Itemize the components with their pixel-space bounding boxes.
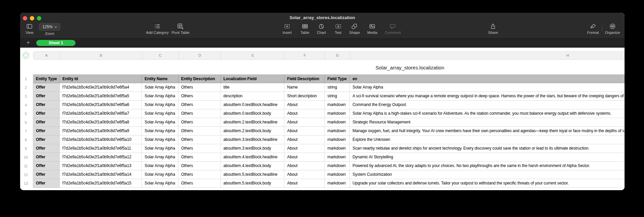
table-cell[interactable]: aboutItem.0.textBlock.headline [221, 101, 284, 109]
table-cell[interactable]: f7d2e9a1b5c4d3e2f1a0b9c8d7e6f5a11 [60, 144, 142, 153]
table-cell[interactable]: f7d2e9a1b5c4d3e2f1a0b9c8d7e6f5a7 [60, 109, 142, 118]
table-cell[interactable]: Others [178, 153, 221, 162]
table-cell[interactable]: markdown [325, 135, 350, 144]
table-cell[interactable]: Solar Array Alpha [142, 179, 178, 188]
table-cell[interactable]: markdown [325, 170, 350, 179]
table-cell[interactable]: Solar Array Alpha [350, 83, 625, 92]
table-cell[interactable]: Others [178, 109, 221, 118]
table-cell[interactable]: Upgrade your solar collectors and defens… [350, 179, 625, 188]
table-cell[interactable]: Strategic Resource Management [350, 118, 625, 127]
sheet-tab-active[interactable]: Sheet 1 [36, 40, 75, 46]
add-category-button[interactable]: Add Category [146, 23, 168, 35]
table-cell[interactable]: f7d2e9a1b5c4d3e2f1a0b9c8d7e6f5a9 [60, 127, 142, 135]
row-header-cell[interactable]: Offer [33, 109, 60, 118]
table-cell[interactable]: markdown [325, 144, 350, 153]
table-cell[interactable]: markdown [325, 153, 350, 162]
table-cell[interactable]: Dynamic AI Storytelling [350, 153, 625, 162]
table-cell[interactable]: Solar Array Alpha [142, 144, 178, 153]
zoom-control[interactable]: 125% Zoom [39, 23, 60, 36]
table-cell[interactable]: Manage oxygen, fuel, and hull integrity.… [350, 127, 625, 135]
pivot-table-button[interactable]: Pivot Table [171, 23, 190, 35]
table-header-cell[interactable]: Localization Field [221, 74, 284, 83]
table-cell[interactable]: aboutItem.3.textBlock.body [221, 144, 284, 153]
row-header-cell[interactable]: Offer [33, 162, 60, 170]
table-cell[interactable]: string [325, 83, 350, 92]
share-button[interactable]: Share [488, 23, 498, 35]
table-cell[interactable]: string [325, 92, 350, 101]
table-cell[interactable]: System Customization [350, 170, 625, 179]
table-cell[interactable]: Solar Array Alpha [142, 101, 178, 109]
row-number-4[interactable]: 4 [20, 101, 32, 109]
chart-button[interactable]: Chart [317, 23, 326, 35]
table-cell[interactable]: markdown [325, 162, 350, 170]
table-cell[interactable]: Others [178, 101, 221, 109]
column-header-H[interactable]: H [350, 52, 625, 59]
table-cell[interactable]: Others [178, 83, 221, 92]
table-cell[interactable]: Solar Array Alpha [142, 170, 178, 179]
table-cell[interactable]: Explore the Unknown [350, 135, 625, 144]
table-cell[interactable]: markdown [325, 118, 350, 127]
organize-button[interactable]: Organize [605, 23, 620, 35]
row-header-cell[interactable]: Offer [33, 92, 60, 101]
table-cell[interactable]: About [284, 144, 325, 153]
column-header-F[interactable]: F [285, 52, 325, 59]
table-cell[interactable]: Others [178, 170, 221, 179]
table-cell[interactable]: Solar Array Alpha [142, 135, 178, 144]
table-cell[interactable]: Others [178, 162, 221, 170]
table-cell[interactable]: Others [178, 144, 221, 153]
table-cell[interactable]: Others [178, 179, 221, 188]
column-header-D[interactable]: D [179, 52, 221, 59]
table-cell[interactable]: Solar Array Alpha [142, 92, 178, 101]
table-cell[interactable]: About [284, 101, 325, 109]
row-number-9[interactable]: 9 [20, 144, 32, 153]
table-cell[interactable]: Solar Array Alpha [142, 162, 178, 170]
table-cell[interactable]: aboutItem.0.textBlock.body [221, 109, 284, 118]
column-header-G[interactable]: G [325, 52, 350, 59]
row-number-12[interactable]: 12 [20, 170, 32, 179]
table-cell[interactable]: About [284, 109, 325, 118]
table-header-cell[interactable]: Field Description [284, 74, 325, 83]
column-header-B[interactable]: B [60, 52, 142, 59]
table-cell[interactable]: About [284, 127, 325, 135]
insert-button[interactable]: Insert [282, 23, 292, 35]
table-cell[interactable]: Name [284, 83, 325, 92]
row-header-cell[interactable]: Offer [33, 101, 60, 109]
table-cell[interactable]: About [284, 135, 325, 144]
table-cell[interactable]: title [221, 83, 284, 92]
table-cell[interactable]: aboutItem.4.textBlock.headline [221, 153, 284, 162]
row-number-7[interactable]: 7 [20, 127, 32, 135]
row-header-cell[interactable]: Offer [33, 127, 60, 135]
row-header-cell[interactable]: Offer [33, 179, 60, 188]
table-cell[interactable]: Command the Energy Outpost [350, 101, 625, 109]
table-cell[interactable]: Others [178, 127, 221, 135]
table-header-cell[interactable]: Field Type [325, 74, 350, 83]
shape-button[interactable]: Shape [349, 23, 360, 35]
column-header-A[interactable]: A [33, 52, 60, 59]
table-header-cell[interactable]: Entity Type [33, 74, 60, 83]
row-header-cell[interactable]: Offer [33, 144, 60, 153]
row-number-13[interactable]: 13 [20, 179, 32, 188]
row-number-10[interactable]: 10 [20, 153, 32, 162]
row-header-cell[interactable]: Offer [33, 170, 60, 179]
table-cell[interactable]: aboutItem.4.textBlock.body [221, 162, 284, 170]
table-cell[interactable]: Others [178, 92, 221, 101]
table-cell[interactable]: Powered by advanced AI, the story adapts… [350, 162, 625, 170]
table-cell[interactable]: Solar Array Alpha [142, 109, 178, 118]
row-number-6[interactable]: 6 [20, 118, 32, 127]
table-header-cell[interactable]: Entity Id [60, 74, 142, 83]
table-cell[interactable]: f7d2e9a1b5c4d3e2f1a0b9c8d7e6f5a5 [60, 92, 142, 101]
add-sheet-button[interactable]: + [25, 39, 32, 46]
zoom-dropdown[interactable]: 125% [39, 23, 60, 31]
row-header-cell[interactable]: Offer [33, 135, 60, 144]
table-button[interactable]: Table [301, 23, 309, 35]
row-number-2[interactable]: 2 [20, 83, 32, 92]
table-cell[interactable]: description [221, 92, 284, 101]
table-cell[interactable]: Others [178, 135, 221, 144]
table-title[interactable]: Solar_array_stores.localization [375, 65, 444, 70]
row-number-3[interactable]: 3 [20, 92, 32, 101]
row-header-cell[interactable]: Offer [33, 118, 60, 127]
table-cell[interactable]: Solar Array Alpha [142, 153, 178, 162]
table-cell[interactable]: About [284, 153, 325, 162]
table-cell[interactable]: Solar Array Alpha [142, 127, 178, 135]
table-cell[interactable]: Others [178, 118, 221, 127]
